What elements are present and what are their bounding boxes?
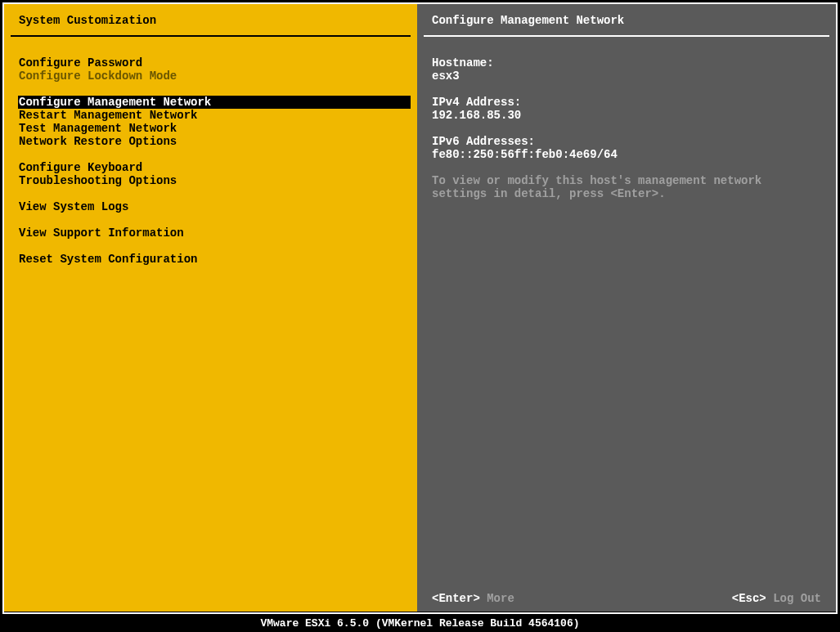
hostname-label: Hostname: [432,56,821,69]
menu-list[interactable]: Configure Password Configure Lockdown Mo… [4,37,417,266]
dcui-screen: System Customization Configure Password … [0,0,840,632]
menu-spacer [19,187,402,200]
esc-key-label: <Esc> [732,592,766,605]
menu-spacer [19,148,402,161]
left-panel: System Customization Configure Password … [4,4,417,612]
menu-spacer [19,240,402,253]
enter-action-label: More [487,592,514,605]
menu-troubleshooting-options[interactable]: Troubleshooting Options [19,174,402,187]
left-panel-title: System Customization [4,4,417,35]
esc-action-label: Log Out [773,592,821,605]
enter-hint: <Enter> More [432,592,514,605]
ipv6-label: IPv6 Addresses: [432,135,821,148]
detail-area: Hostname: esx3 IPv4 Address: 192.168.85.… [417,37,836,200]
enter-key-label: <Enter> [432,592,480,605]
hostname-section: Hostname: esx3 [432,56,821,83]
esc-hint: <Esc> Log Out [732,592,821,605]
menu-configure-management-network[interactable]: Configure Management Network [18,96,411,109]
menu-spacer [19,213,402,226]
ipv4-section: IPv4 Address: 192.168.85.30 [432,96,821,122]
ipv6-section: IPv6 Addresses: fe80::250:56ff:feb0:4e69… [432,135,821,161]
right-panel-title: Configure Management Network [417,4,836,35]
menu-configure-lockdown-mode: Configure Lockdown Mode [19,69,402,83]
menu-view-system-logs[interactable]: View System Logs [19,200,402,213]
menu-test-management-network[interactable]: Test Management Network [19,122,402,135]
status-bar: VMware ESXi 6.5.0 (VMKernel Release Buil… [0,616,840,632]
menu-reset-system-configuration[interactable]: Reset System Configuration [19,253,402,266]
menu-spacer [19,83,402,96]
hostname-value: esx3 [432,69,821,83]
ipv4-value: 192.168.85.30 [432,109,821,122]
detail-hint: To view or modify this host's management… [432,174,821,200]
menu-network-restore-options[interactable]: Network Restore Options [19,135,402,148]
right-panel: Configure Management Network Hostname: e… [417,4,836,612]
menu-configure-keyboard[interactable]: Configure Keyboard [19,161,402,174]
footer-hints: <Enter> More <Esc> Log Out [432,592,821,605]
ipv4-label: IPv4 Address: [432,96,821,109]
menu-view-support-information[interactable]: View Support Information [19,226,402,240]
menu-restart-management-network[interactable]: Restart Management Network [19,109,402,122]
menu-configure-password[interactable]: Configure Password [19,56,402,69]
ipv6-value: fe80::250:56ff:feb0:4e69/64 [432,148,821,161]
